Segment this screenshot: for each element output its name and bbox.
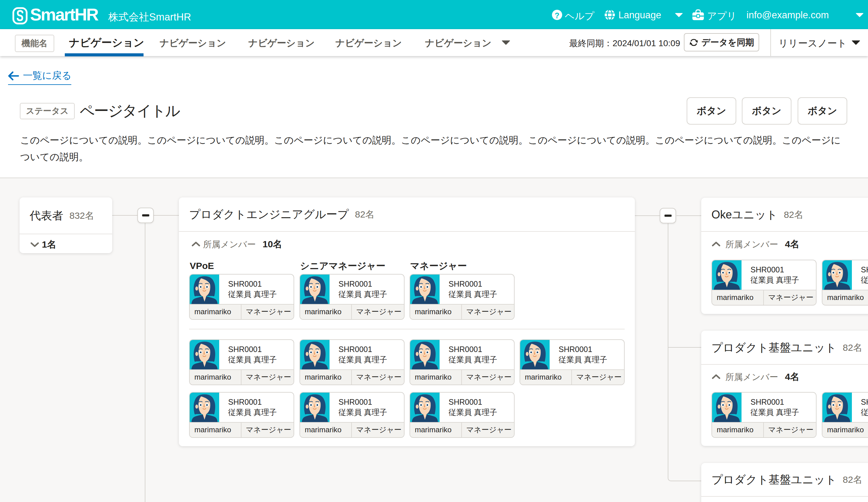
svg-text:?: ? bbox=[555, 11, 559, 20]
